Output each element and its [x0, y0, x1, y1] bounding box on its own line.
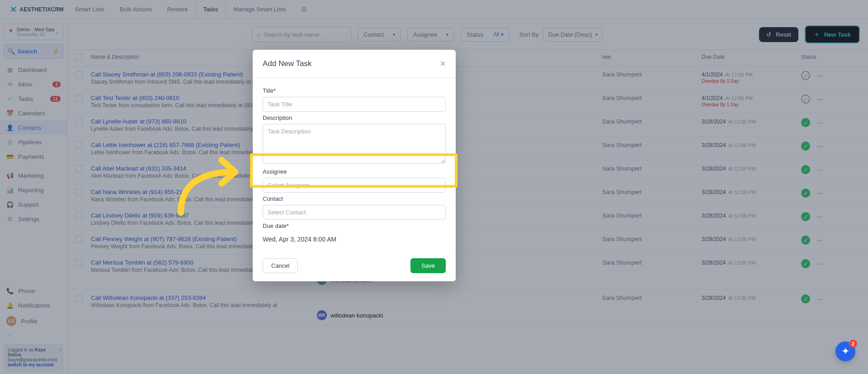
contact-select[interactable]: Select Contact	[263, 205, 446, 220]
due-field-label: Due date*	[263, 223, 446, 229]
assignee-select[interactable]: Select Assignee	[263, 178, 446, 193]
add-task-modal: Add New Task × Title* Description Assign…	[253, 50, 456, 281]
assignee-placeholder: Select Assignee	[268, 182, 310, 189]
cancel-button[interactable]: Cancel	[263, 258, 298, 273]
task-title-input[interactable]	[263, 97, 446, 112]
modal-close-button[interactable]: ×	[440, 58, 446, 70]
close-icon: ×	[440, 58, 446, 69]
chat-fab[interactable]: ✦ 2	[835, 341, 855, 361]
modal-title: Add New Task	[263, 59, 311, 68]
due-date-display[interactable]: Wed, Apr 3, 2024 8:00 AM	[263, 232, 446, 251]
title-field-label: Title*	[263, 87, 446, 94]
desc-field-label: Description	[263, 114, 446, 121]
contact-field-label: Contact	[263, 195, 446, 202]
contact-placeholder: Select Contact	[268, 209, 306, 216]
fab-badge: 2	[849, 340, 857, 348]
plus-icon: ✦	[841, 346, 849, 357]
task-description-input[interactable]	[263, 124, 446, 164]
save-button[interactable]: Save	[410, 258, 446, 273]
assignee-field-label: Assignee	[263, 168, 446, 175]
